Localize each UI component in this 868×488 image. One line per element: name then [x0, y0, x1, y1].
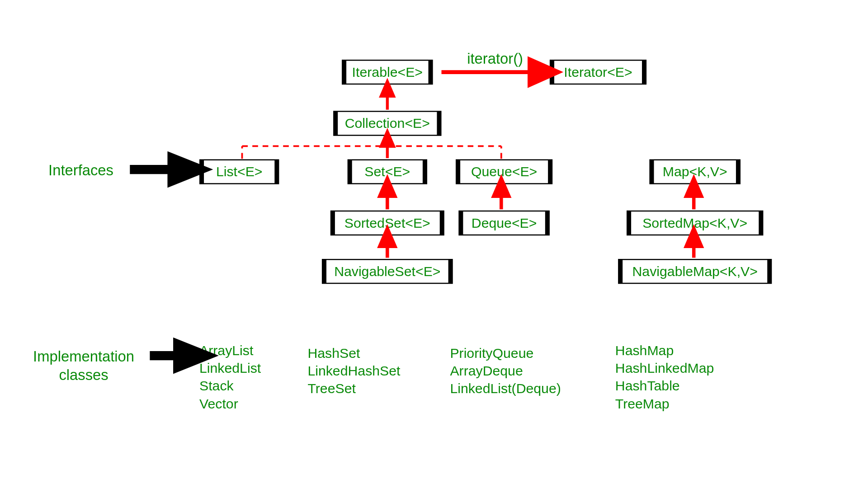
box-deque: Deque<E>	[458, 211, 550, 235]
impl-item: LinkedList(Deque)	[450, 380, 561, 397]
impl-item: LinkedHashSet	[307, 362, 400, 380]
impl-list-list: ArrayList LinkedList Stack Vector	[199, 342, 261, 413]
box-map: Map<K,V>	[649, 159, 741, 184]
impl-item: Vector	[199, 394, 261, 412]
box-collection: Collection<E>	[333, 111, 441, 136]
box-iterable: Iterable<E>	[342, 60, 433, 84]
label-implementation-line1: Implementation	[33, 347, 134, 366]
impl-item: HashTable	[615, 377, 714, 394]
impl-item: HashMap	[615, 342, 714, 359]
box-iterator: Iterator<E>	[550, 60, 646, 84]
impl-item: PriorityQueue	[450, 344, 561, 362]
impl-list-map: HashMap HashLinkedMap HashTable TreeMap	[615, 342, 714, 413]
label-iterator-method: iterator()	[467, 50, 523, 67]
box-navigablemap: NavigableMap<K,V>	[618, 259, 772, 284]
impl-item: ArrayList	[199, 342, 261, 359]
box-queue: Queue<E>	[456, 159, 552, 184]
label-implementation-line2: classes	[33, 366, 134, 384]
impl-list-queue: PriorityQueue ArrayDeque LinkedList(Dequ…	[450, 344, 561, 398]
arrows-overlay	[0, 23, 866, 488]
diagram-container: Iterable<E> Iterator<E> iterator() Colle…	[0, 23, 866, 488]
impl-item: TreeSet	[307, 380, 400, 397]
impl-item: HashLinkedMap	[615, 359, 714, 377]
box-set: Set<E>	[348, 159, 427, 184]
impl-item: Stack	[199, 377, 261, 394]
impl-list-set: HashSet LinkedHashSet TreeSet	[307, 344, 400, 398]
box-navigableset: NavigableSet<E>	[322, 259, 453, 284]
impl-item: ArrayDeque	[450, 362, 561, 380]
impl-item: LinkedList	[199, 359, 261, 377]
label-implementation: Implementation classes	[33, 347, 134, 384]
box-list: List<E>	[199, 159, 279, 184]
box-sortedset: SortedSet<E>	[330, 211, 444, 235]
box-sortedmap: SortedMap<K,V>	[627, 211, 763, 235]
label-interfaces: Interfaces	[48, 161, 113, 179]
impl-item: TreeMap	[615, 394, 714, 412]
impl-item: HashSet	[307, 344, 400, 362]
